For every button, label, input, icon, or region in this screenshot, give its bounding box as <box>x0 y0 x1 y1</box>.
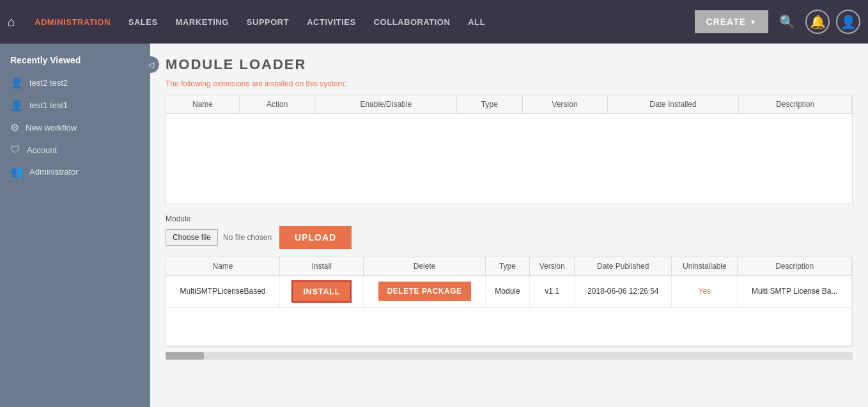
sidebar-item-label: Administrator <box>29 167 79 177</box>
packages-table: Name Install Delete Type Version Date Pu… <box>166 257 853 347</box>
page-title: MODULE LOADER <box>166 56 853 73</box>
shield-icon: 🛡 <box>10 144 20 156</box>
sidebar-collapse-button[interactable]: ◁ <box>143 56 159 73</box>
nav-item-support[interactable]: SUPPORT <box>238 17 298 27</box>
create-label: CREATE <box>706 17 747 27</box>
no-file-text: No file chosen <box>223 233 272 242</box>
workflow-icon: ⚙ <box>10 122 19 134</box>
sidebar-item-label: test2 test2 <box>29 78 68 88</box>
pkg-col-uninstallable: Uninstallable <box>672 257 738 276</box>
pkg-col-name: Name <box>166 257 280 276</box>
user-profile-button[interactable]: 👤 <box>836 10 860 34</box>
nav-item-sales[interactable]: SALES <box>120 17 167 27</box>
pkg-uninstallable: Yes <box>672 275 738 307</box>
col-name: Name <box>166 95 239 114</box>
pkg-col-type: Type <box>485 257 529 276</box>
pkg-col-version: Version <box>530 257 575 276</box>
sidebar-item-label: test1 test1 <box>29 100 68 110</box>
create-caret: ▼ <box>750 19 757 26</box>
pkg-col-delete: Delete <box>364 257 485 276</box>
user-icon: 👤 <box>10 99 23 111</box>
sidebar-item-label: New workflow <box>26 123 77 132</box>
nav-items: ADMINISTRATION SALES MARKETING SUPPORT A… <box>26 17 694 27</box>
installed-extensions-table: Name Action Enable/Disable Type Version … <box>166 95 853 204</box>
install-button[interactable]: INSTALL <box>291 280 351 303</box>
pkg-delete-cell: DELETE PACKAGE <box>364 275 485 307</box>
sidebar-item-administrator[interactable]: 👥 Administrator <box>0 161 150 183</box>
notifications-button[interactable]: 🔔 <box>805 10 830 34</box>
col-date-installed: Date Installed <box>607 95 739 114</box>
choose-file-button[interactable]: Choose file <box>166 229 218 246</box>
pkg-install-cell: INSTALL <box>280 275 364 307</box>
nav-item-administration[interactable]: ADMINISTRATION <box>26 17 120 27</box>
sidebar-section-title: Recently Viewed <box>0 44 150 72</box>
module-section: Module Choose file No file chosen UPLOAD <box>166 214 853 249</box>
module-upload-row: Choose file No file chosen UPLOAD <box>166 226 853 249</box>
home-icon[interactable]: ⌂ <box>8 15 15 29</box>
group-icon: 👥 <box>10 166 23 178</box>
scrollbar-thumb <box>166 352 204 360</box>
pkg-col-install: Install <box>280 257 364 276</box>
nav-item-all[interactable]: ALL <box>459 17 494 27</box>
nav-item-collaboration[interactable]: COLLABORATION <box>365 17 460 27</box>
sidebar-item-test1test1[interactable]: 👤 test1 test1 <box>0 94 150 116</box>
pkg-version: v1.1 <box>530 275 575 307</box>
top-navigation: ⌂ ADMINISTRATION SALES MARKETING SUPPORT… <box>0 0 868 44</box>
table-row-empty <box>166 307 852 346</box>
col-type: Type <box>457 95 522 114</box>
nav-item-activities[interactable]: ACTIVITIES <box>298 17 365 27</box>
col-description: Description <box>739 95 852 114</box>
horizontal-scrollbar[interactable] <box>166 352 853 360</box>
sidebar-item-label: Account <box>27 145 57 155</box>
search-button[interactable]: 🔍 <box>775 10 799 34</box>
pkg-name: MultiSMTPLicenseBased <box>166 275 280 307</box>
pkg-col-date-published: Date Published <box>575 257 672 276</box>
main-content: MODULE LOADER The following extensions a… <box>150 44 868 407</box>
upload-button[interactable]: UPLOAD <box>279 226 352 249</box>
sidebar-item-account[interactable]: 🛡 Account <box>0 139 150 161</box>
module-label: Module <box>166 214 853 223</box>
pkg-description: Multi SMTP License Ba... <box>738 275 852 307</box>
col-action: Action <box>239 95 314 114</box>
nav-right: CREATE ▼ 🔍 🔔 👤 <box>695 10 860 34</box>
pkg-col-description: Description <box>738 257 852 276</box>
subtitle: The following extensions are installed o… <box>166 79 853 88</box>
nav-item-marketing[interactable]: MARKETING <box>167 17 238 27</box>
main-layout: ◁ Recently Viewed 👤 test2 test2 👤 test1 … <box>0 44 868 407</box>
table-row: MultiSMTPLicenseBased INSTALL DELETE PAC… <box>166 275 852 307</box>
pkg-date-published: 2018-06-06 12:26:54 <box>575 275 672 307</box>
delete-package-button[interactable]: DELETE PACKAGE <box>378 282 471 301</box>
col-version: Version <box>522 95 607 114</box>
col-enable-disable: Enable/Disable <box>315 95 457 114</box>
create-button[interactable]: CREATE ▼ <box>695 10 768 33</box>
user-icon: 👤 <box>10 77 23 89</box>
pkg-type: Module <box>485 275 529 307</box>
sidebar-item-new-workflow[interactable]: ⚙ New workflow <box>0 116 150 139</box>
sidebar-item-test2test2[interactable]: 👤 test2 test2 <box>0 72 150 94</box>
sidebar: ◁ Recently Viewed 👤 test2 test2 👤 test1 … <box>0 44 150 407</box>
